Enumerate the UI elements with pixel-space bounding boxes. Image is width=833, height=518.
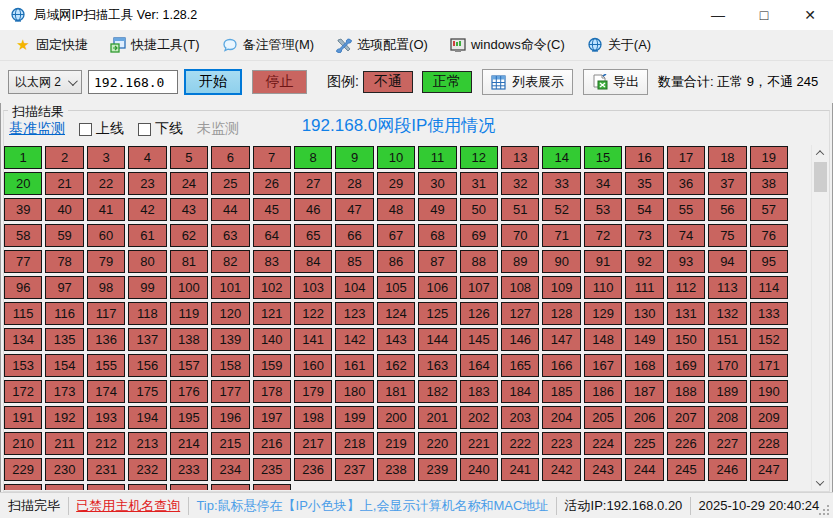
ip-cell-73[interactable]: 73 <box>625 224 663 247</box>
ip-cell-57[interactable]: 57 <box>750 198 788 221</box>
ip-cell-20[interactable]: 20 <box>4 172 42 195</box>
ip-cell-167[interactable]: 167 <box>584 354 622 377</box>
ip-cell-118[interactable]: 118 <box>128 302 166 325</box>
ip-cell-133[interactable]: 133 <box>750 302 788 325</box>
ip-cell-95[interactable]: 95 <box>750 250 788 273</box>
minimize-button[interactable]: — <box>695 0 741 30</box>
ip-cell-21[interactable]: 21 <box>45 172 83 195</box>
ip-cell-25[interactable]: 25 <box>211 172 249 195</box>
ip-cell-128[interactable]: 128 <box>542 302 580 325</box>
ip-cell-144[interactable]: 144 <box>418 328 456 351</box>
ip-cell-157[interactable]: 157 <box>170 354 208 377</box>
ip-cell-51[interactable]: 51 <box>501 198 539 221</box>
ip-cell-147[interactable]: 147 <box>542 328 580 351</box>
ip-cell-221[interactable]: 221 <box>460 432 498 455</box>
ip-cell-32[interactable]: 32 <box>501 172 539 195</box>
ip-cell-213[interactable]: 213 <box>128 432 166 455</box>
ip-cell-19[interactable]: 19 <box>750 146 788 169</box>
ip-cell-109[interactable]: 109 <box>542 276 580 299</box>
ip-cell-247[interactable]: 247 <box>750 458 788 481</box>
ip-cell-31[interactable]: 31 <box>460 172 498 195</box>
ip-cell-154[interactable]: 154 <box>45 354 83 377</box>
ip-cell-145[interactable]: 145 <box>460 328 498 351</box>
ip-cell-81[interactable]: 81 <box>170 250 208 273</box>
ip-cell-117[interactable]: 117 <box>87 302 125 325</box>
ip-cell-183[interactable]: 183 <box>460 380 498 403</box>
ip-cell-239[interactable]: 239 <box>418 458 456 481</box>
ip-cell-98[interactable]: 98 <box>87 276 125 299</box>
offline-checkbox[interactable]: 下线 <box>138 120 183 138</box>
ip-cell-226[interactable]: 226 <box>667 432 705 455</box>
ip-cell-192[interactable]: 192 <box>45 406 83 429</box>
ip-cell-206[interactable]: 206 <box>625 406 663 429</box>
ip-cell-88[interactable]: 88 <box>460 250 498 273</box>
ip-cell-198[interactable]: 198 <box>294 406 332 429</box>
ip-cell-207[interactable]: 207 <box>667 406 705 429</box>
ip-cell-212[interactable]: 212 <box>87 432 125 455</box>
close-button[interactable]: ✕ <box>787 0 833 30</box>
ip-cell-60[interactable]: 60 <box>87 224 125 247</box>
ip-cell-113[interactable]: 113 <box>708 276 746 299</box>
ip-cell-158[interactable]: 158 <box>211 354 249 377</box>
ip-cell-201[interactable]: 201 <box>418 406 456 429</box>
ip-cell-189[interactable]: 189 <box>708 380 746 403</box>
ip-cell-204[interactable]: 204 <box>542 406 580 429</box>
ip-cell-119[interactable]: 119 <box>170 302 208 325</box>
ip-cell-59[interactable]: 59 <box>45 224 83 247</box>
ip-cell-123[interactable]: 123 <box>335 302 373 325</box>
ip-cell-219[interactable]: 219 <box>377 432 415 455</box>
ip-cell-244[interactable]: 244 <box>625 458 663 481</box>
ip-cell-53[interactable]: 53 <box>584 198 622 221</box>
ip-cell-199[interactable]: 199 <box>335 406 373 429</box>
ip-cell-91[interactable]: 91 <box>584 250 622 273</box>
ip-cell-47[interactable]: 47 <box>335 198 373 221</box>
ip-cell-102[interactable]: 102 <box>253 276 291 299</box>
ip-cell-34[interactable]: 34 <box>584 172 622 195</box>
ip-cell-169[interactable]: 169 <box>667 354 705 377</box>
ip-cell-37[interactable]: 37 <box>708 172 746 195</box>
ip-cell-56[interactable]: 56 <box>708 198 746 221</box>
ip-cell-48[interactable]: 48 <box>377 198 415 221</box>
ip-cell-92[interactable]: 92 <box>625 250 663 273</box>
ip-cell-90[interactable]: 90 <box>542 250 580 273</box>
ip-cell-218[interactable]: 218 <box>335 432 373 455</box>
ip-cell-23[interactable]: 23 <box>128 172 166 195</box>
ip-cell-173[interactable]: 173 <box>45 380 83 403</box>
ip-cell-41[interactable]: 41 <box>87 198 125 221</box>
ip-cell-217[interactable]: 217 <box>294 432 332 455</box>
ip-cell-235[interactable]: 235 <box>253 458 291 481</box>
ip-cell-191[interactable]: 191 <box>4 406 42 429</box>
ip-cell-214[interactable]: 214 <box>170 432 208 455</box>
ip-cell-116[interactable]: 116 <box>45 302 83 325</box>
ip-cell-156[interactable]: 156 <box>128 354 166 377</box>
ip-cell-234[interactable]: 234 <box>211 458 249 481</box>
ip-cell-129[interactable]: 129 <box>584 302 622 325</box>
ip-cell-72[interactable]: 72 <box>584 224 622 247</box>
ip-cell-251[interactable]: 251 <box>128 484 166 490</box>
ip-cell-142[interactable]: 142 <box>335 328 373 351</box>
ip-cell-152[interactable]: 152 <box>750 328 788 351</box>
ip-cell-185[interactable]: 185 <box>542 380 580 403</box>
ip-cell-172[interactable]: 172 <box>4 380 42 403</box>
ip-cell-211[interactable]: 211 <box>45 432 83 455</box>
scroll-down-icon[interactable] <box>812 475 829 490</box>
ip-cell-44[interactable]: 44 <box>211 198 249 221</box>
ip-cell-168[interactable]: 168 <box>625 354 663 377</box>
ip-cell-58[interactable]: 58 <box>4 224 42 247</box>
ip-cell-4[interactable]: 4 <box>128 146 166 169</box>
ip-cell-3[interactable]: 3 <box>87 146 125 169</box>
ip-cell-30[interactable]: 30 <box>418 172 456 195</box>
ip-cell-196[interactable]: 196 <box>211 406 249 429</box>
export-button[interactable]: 导出 <box>583 69 648 95</box>
ip-cell-86[interactable]: 86 <box>377 250 415 273</box>
ip-cell-108[interactable]: 108 <box>501 276 539 299</box>
ip-cell-15[interactable]: 15 <box>584 146 622 169</box>
ip-cell-1[interactable]: 1 <box>4 146 42 169</box>
ip-cell-140[interactable]: 140 <box>253 328 291 351</box>
ip-cell-150[interactable]: 150 <box>667 328 705 351</box>
ip-cell-65[interactable]: 65 <box>294 224 332 247</box>
ip-cell-115[interactable]: 115 <box>4 302 42 325</box>
ip-cell-246[interactable]: 246 <box>708 458 746 481</box>
ip-cell-245[interactable]: 245 <box>667 458 705 481</box>
ip-cell-104[interactable]: 104 <box>335 276 373 299</box>
